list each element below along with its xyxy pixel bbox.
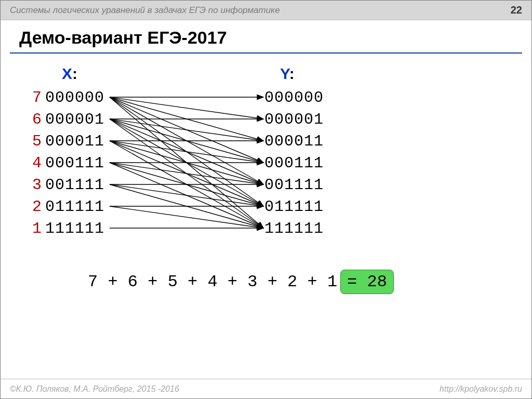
mapping-arrow — [110, 206, 263, 228]
x-row: 4000111 — [29, 154, 104, 172]
header-subject: Системы логических уравнений в задачах Е… — [10, 5, 280, 16]
y-row: 000001 — [264, 111, 324, 128]
mapping-arrow — [110, 163, 263, 228]
mapping-arrow — [110, 141, 263, 184]
slide-title: Демо-вариант ЕГЭ-2017 — [19, 28, 227, 48]
content-area: X: Y: 7000000600000150000114000111300111… — [10, 62, 522, 375]
x-column-label: X: — [62, 65, 77, 83]
mapping-arrow — [110, 97, 263, 141]
mapping-arrow — [110, 97, 263, 228]
x-row: 6000001 — [29, 111, 104, 128]
sum-line: 7 + 6 + 5 + 4 + 3 + 2 + 1 = 28 — [88, 270, 394, 294]
y-row: 111111 — [264, 220, 324, 237]
row-index: 7 — [29, 89, 42, 107]
mapping-arrow — [110, 119, 263, 184]
x-bits: 000001 — [45, 111, 104, 128]
y-row: 011111 — [264, 198, 324, 216]
x-bits: 011111 — [45, 198, 104, 216]
mapping-arrow — [110, 119, 263, 206]
row-index: 3 — [29, 176, 42, 194]
x-row: 2011111 — [29, 198, 104, 216]
page-number: 22 — [511, 4, 522, 16]
title-underline — [10, 52, 522, 54]
footer-bar: ©К.Ю. Поляков, М.А. Ройтберг, 2015 -2016… — [1, 379, 531, 398]
arrows-layer — [10, 62, 522, 375]
x-bits: 000000 — [45, 89, 104, 107]
mapping-arrow — [110, 97, 263, 163]
mapping-arrow — [110, 119, 263, 228]
y-row: 000111 — [264, 154, 324, 172]
mapping-arrow — [110, 141, 263, 228]
row-index: 5 — [29, 132, 42, 150]
footer-url: http://kpolyakov.spb.ru — [440, 384, 522, 394]
y-column-label: Y: — [280, 65, 295, 83]
sum-expression: 7 + 6 + 5 + 4 + 3 + 2 + 1 — [88, 272, 337, 291]
row-index: 1 — [29, 220, 42, 237]
y-row: 001111 — [264, 176, 324, 194]
mapping-arrow — [110, 119, 263, 141]
row-index: 2 — [29, 198, 42, 216]
x-row: 7000000 — [29, 89, 104, 107]
row-index: 6 — [29, 111, 42, 128]
x-bits: 000011 — [45, 132, 104, 150]
mapping-arrow — [110, 141, 263, 163]
x-row: 5000011 — [29, 132, 104, 150]
mapping-arrow — [110, 163, 263, 184]
header-bar: Системы логических уравнений в задачах Е… — [1, 1, 531, 20]
x-row: 1111111 — [29, 220, 104, 237]
mapping-arrow — [110, 97, 263, 119]
mapping-arrow — [110, 119, 263, 163]
mapping-arrow — [110, 97, 263, 206]
mapping-arrow — [110, 141, 263, 206]
x-bits: 111111 — [45, 220, 104, 237]
x-bits: 000111 — [45, 154, 104, 172]
mapping-arrow — [110, 184, 263, 206]
result-box: = 28 — [340, 270, 394, 294]
x-row: 3001111 — [29, 176, 104, 194]
y-row: 000011 — [264, 132, 324, 150]
x-bits: 001111 — [45, 176, 104, 194]
y-row: 000000 — [264, 89, 324, 107]
row-index: 4 — [29, 154, 42, 172]
mapping-arrow — [110, 184, 263, 228]
mapping-arrow — [110, 163, 263, 206]
mapping-arrow — [110, 97, 263, 184]
footer-credit: ©К.Ю. Поляков, М.А. Ройтберг, 2015 -2016 — [10, 384, 179, 394]
